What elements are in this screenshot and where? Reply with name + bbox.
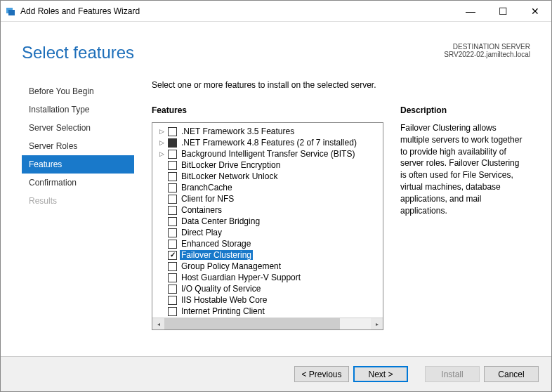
feature-checkbox[interactable] xyxy=(168,285,177,294)
feature-checkbox[interactable] xyxy=(168,307,177,316)
feature-row[interactable]: BitLocker Drive Encryption xyxy=(154,159,381,171)
feature-label[interactable]: Data Center Bridging xyxy=(180,216,261,226)
feature-checkbox[interactable] xyxy=(168,195,177,204)
install-button: Install xyxy=(425,366,480,382)
maximize-button[interactable]: ☐ xyxy=(487,1,519,22)
window-title: Add Roles and Features Wizard xyxy=(20,6,140,16)
feature-checkbox[interactable] xyxy=(168,172,177,181)
feature-label[interactable]: Group Policy Management xyxy=(180,261,282,271)
step-features[interactable]: Features xyxy=(22,155,134,174)
description-text: Failover Clustering allows multiple serv… xyxy=(400,122,527,216)
feature-label[interactable]: Client for NFS xyxy=(180,194,235,204)
features-heading: Features xyxy=(152,105,383,115)
feature-label[interactable]: Containers xyxy=(180,205,223,215)
description-heading: Description xyxy=(400,105,527,115)
feature-checkbox[interactable] xyxy=(168,262,177,271)
scroll-thumb[interactable] xyxy=(164,318,340,329)
feature-label[interactable]: Host Guardian Hyper-V Support xyxy=(180,273,302,282)
feature-label[interactable]: Background Intelligent Transfer Service … xyxy=(180,149,356,159)
features-list[interactable]: ▷.NET Framework 3.5 Features▷.NET Framew… xyxy=(152,123,383,318)
feature-label[interactable]: .NET Framework 3.5 Features xyxy=(180,126,296,136)
destination-info: DESTINATION SERVER SRV2022-02.jamiltech.… xyxy=(444,43,530,58)
feature-row[interactable]: IIS Hostable Web Core xyxy=(154,294,381,306)
feature-checkbox[interactable] xyxy=(168,127,177,136)
step-server-roles[interactable]: Server Roles xyxy=(22,137,134,155)
feature-row[interactable]: BitLocker Network Unlock xyxy=(154,171,381,182)
feature-row[interactable]: Data Center Bridging xyxy=(154,216,381,227)
feature-row[interactable]: ▷.NET Framework 3.5 Features xyxy=(154,126,381,137)
expand-icon[interactable]: ▷ xyxy=(158,150,165,157)
step-results: Results xyxy=(22,192,134,210)
feature-row[interactable]: Direct Play xyxy=(154,227,381,238)
wizard-header: Select features DESTINATION SERVER SRV20… xyxy=(1,22,551,70)
minimize-button[interactable]: — xyxy=(454,1,487,22)
feature-row[interactable]: Internet Printing Client xyxy=(154,306,381,317)
close-button[interactable]: ✕ xyxy=(519,1,551,22)
feature-row[interactable]: ▷.NET Framework 4.8 Features (2 of 7 ins… xyxy=(154,137,381,148)
feature-checkbox[interactable] xyxy=(168,183,177,192)
page-title: Select features xyxy=(22,43,134,63)
feature-checkbox[interactable] xyxy=(168,217,177,226)
feature-label[interactable]: Internet Printing Client xyxy=(180,306,266,316)
scroll-right-arrow[interactable]: ▸ xyxy=(371,318,383,329)
feature-checkbox[interactable] xyxy=(168,251,177,260)
feature-label[interactable]: Failover Clustering xyxy=(180,250,253,260)
feature-row[interactable]: Containers xyxy=(154,204,381,216)
destination-label: DESTINATION SERVER xyxy=(444,43,530,51)
scroll-track[interactable] xyxy=(164,318,371,329)
wizard-steps: Before You Begin Installation Type Serve… xyxy=(22,70,134,330)
feature-label[interactable]: Direct Play xyxy=(180,228,223,237)
feature-checkbox[interactable] xyxy=(168,273,177,282)
step-installation-type[interactable]: Installation Type xyxy=(22,100,134,119)
instruction-text: Select one or more features to install o… xyxy=(152,80,534,90)
feature-row[interactable]: ▷Background Intelligent Transfer Service… xyxy=(154,148,381,159)
feature-label[interactable]: IIS Hostable Web Core xyxy=(180,295,269,305)
feature-checkbox[interactable] xyxy=(168,206,177,215)
step-confirmation[interactable]: Confirmation xyxy=(22,174,134,192)
features-tree: ▷.NET Framework 3.5 Features▷.NET Framew… xyxy=(152,122,383,330)
previous-button[interactable]: < Previous xyxy=(294,366,349,382)
feature-label[interactable]: BranchCache xyxy=(180,183,234,192)
feature-checkbox[interactable] xyxy=(168,161,177,170)
feature-row[interactable]: Failover Clustering xyxy=(154,249,381,261)
destination-server: SRV2022-02.jamiltech.local xyxy=(444,51,530,58)
feature-checkbox[interactable] xyxy=(168,150,177,159)
feature-label[interactable]: .NET Framework 4.8 Features (2 of 7 inst… xyxy=(180,138,358,148)
feature-row[interactable]: Group Policy Management xyxy=(154,261,381,272)
feature-label[interactable]: I/O Quality of Service xyxy=(180,284,262,294)
titlebar: Add Roles and Features Wizard — ☐ ✕ xyxy=(1,1,551,22)
next-button[interactable]: Next > xyxy=(353,366,408,382)
feature-label[interactable]: Enhanced Storage xyxy=(180,239,252,249)
feature-checkbox[interactable] xyxy=(168,296,177,305)
step-server-selection[interactable]: Server Selection xyxy=(22,119,134,137)
feature-label[interactable]: BitLocker Drive Encryption xyxy=(180,160,282,170)
feature-checkbox[interactable] xyxy=(168,228,177,237)
feature-row[interactable]: Enhanced Storage xyxy=(154,238,381,249)
cancel-button[interactable]: Cancel xyxy=(484,366,539,382)
feature-row[interactable]: I/O Quality of Service xyxy=(154,283,381,294)
feature-label[interactable]: BitLocker Network Unlock xyxy=(180,171,279,181)
wizard-footer: < Previous Next > Install Cancel xyxy=(1,356,551,391)
scroll-left-arrow[interactable]: ◂ xyxy=(152,318,164,329)
svg-rect-1 xyxy=(8,10,15,15)
window-controls: — ☐ ✕ xyxy=(454,1,551,22)
feature-checkbox[interactable] xyxy=(168,240,177,249)
feature-row[interactable]: Client for NFS xyxy=(154,193,381,204)
app-icon xyxy=(5,6,16,17)
feature-checkbox[interactable] xyxy=(168,138,177,148)
expand-icon[interactable]: ▷ xyxy=(158,139,165,146)
expand-icon[interactable]: ▷ xyxy=(158,128,165,135)
feature-row[interactable]: BranchCache xyxy=(154,182,381,193)
horizontal-scrollbar[interactable]: ◂ ▸ xyxy=(152,318,383,329)
feature-row[interactable]: Host Guardian Hyper-V Support xyxy=(154,272,381,283)
step-before-you-begin[interactable]: Before You Begin xyxy=(22,82,134,100)
